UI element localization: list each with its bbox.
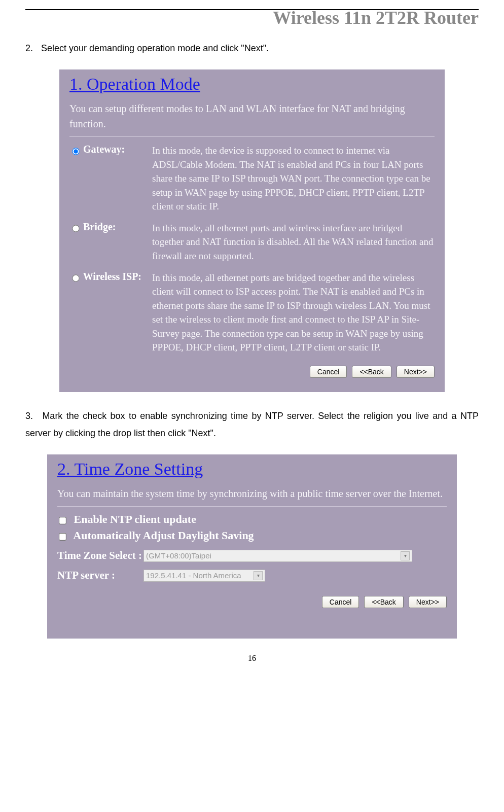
checkbox-daylight-saving[interactable]: Automatically Adjust Daylight Saving [57,529,254,542]
page-number: 16 [25,654,479,663]
time-zone-select-label: Time Zone Select : [57,549,143,562]
radio-gateway-input[interactable] [72,148,79,155]
step-3-body: Mark the check box to enable synchronizi… [25,411,479,438]
checkbox-daylight-saving-input[interactable] [59,533,66,541]
operation-mode-intro: You can setup different modes to LAN and… [69,101,435,131]
back-button[interactable]: <<Back [352,366,391,378]
divider [69,136,435,137]
wireless-isp-description: In this mode, all ethernet ports are bri… [152,270,435,362]
cancel-button[interactable]: Cancel [310,366,347,378]
gateway-description: In this mode, the device is supposed to … [152,143,435,221]
step-3-text: 3. Mark the check box to enable synchron… [25,407,479,442]
radio-wireless-isp-input[interactable] [72,274,79,281]
cancel-button[interactable]: Cancel [322,596,359,608]
next-button[interactable]: Next>> [409,596,447,608]
chevron-down-icon: ▾ [401,551,410,560]
chevron-down-icon: ▾ [254,571,263,580]
document-header: Wireless 11n 2T2R Router [25,7,479,28]
step-2-number: 2. [25,40,39,57]
radio-wireless-isp-label: Wireless ISP: [83,271,141,282]
checkbox-daylight-saving-label: Automatically Adjust Daylight Saving [73,529,254,542]
time-zone-select[interactable]: (GMT+08:00)Taipei ▾ [143,550,412,562]
step-2-text: 2. Select your demanding operation mode … [25,40,479,57]
radio-bridge[interactable]: Bridge: [70,221,116,232]
ntp-server-label: NTP server : [57,569,143,582]
back-button[interactable]: <<Back [364,596,403,608]
radio-bridge-label: Bridge: [83,221,116,232]
step-3-number: 3. [25,407,39,425]
divider [57,506,447,507]
time-zone-panel: 2. Time Zone Setting You can maintain th… [47,454,457,639]
radio-wireless-isp[interactable]: Wireless ISP: [70,271,141,282]
operation-mode-title: 1. Operation Mode [69,75,435,94]
radio-gateway[interactable]: Gateway: [70,144,125,155]
step-2-body: Select your demanding operation mode and… [41,43,269,53]
ntp-server-select[interactable]: 192.5.41.41 - North America ▾ [143,570,265,582]
operation-mode-panel: 1. Operation Mode You can setup differen… [59,69,445,392]
next-button[interactable]: Next>> [397,366,435,378]
radio-gateway-label: Gateway: [83,144,125,155]
time-zone-title: 2. Time Zone Setting [57,460,447,479]
time-zone-intro: You can maintain the system time by sync… [57,486,447,501]
bridge-description: In this mode, all ethernet ports and wir… [152,221,435,270]
time-zone-select-value: (GMT+08:00)Taipei [146,551,211,560]
ntp-server-select-value: 192.5.41.41 - North America [146,571,241,580]
checkbox-ntp-update-input[interactable] [59,517,66,524]
checkbox-ntp-update[interactable]: Enable NTP client update [57,513,196,525]
checkbox-ntp-update-label: Enable NTP client update [74,513,196,525]
radio-bridge-input[interactable] [72,225,79,232]
